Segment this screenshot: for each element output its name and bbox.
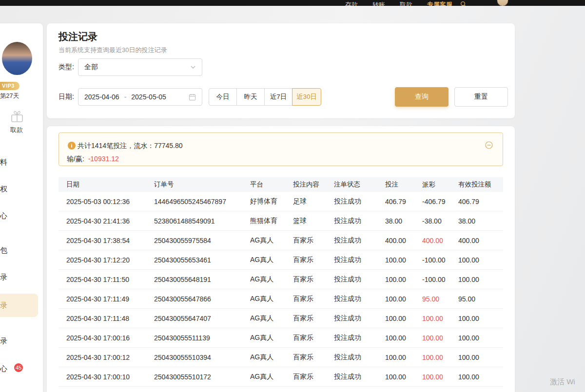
cell-bet: 406.79	[385, 198, 422, 205]
cell-platform: AG真人	[250, 236, 293, 245]
sidebar: VIP3 第27天 取款 料权心包录录录心45	[0, 23, 43, 392]
sidebar-item-label: 心	[0, 211, 7, 221]
cell-date: 2025-04-30 17:11:50	[66, 276, 154, 283]
membership-day-label: 第27天	[0, 92, 19, 100]
quick-date-button[interactable]: 今日	[209, 88, 237, 106]
cell-status: 投注成功	[334, 314, 385, 323]
type-select[interactable]: 全部	[78, 58, 202, 76]
user-avatar[interactable]	[2, 42, 32, 75]
cell-platform: AG真人	[250, 353, 293, 362]
withdraw-label[interactable]: 取款	[10, 126, 23, 134]
cell-bet: 100.00	[385, 276, 422, 283]
table-row: 2025-04-30 17:00:12250430055510394AG真人百家…	[58, 348, 503, 367]
quick-date-button[interactable]: 昨天	[236, 88, 265, 106]
cell-valid: 406.79	[458, 198, 503, 205]
cell-bet: 100.00	[385, 295, 422, 303]
topbar-nav-item[interactable]: 取款	[400, 1, 412, 6]
table-row: 2025-04-30 17:11:49250430055647866AG真人百家…	[58, 289, 503, 309]
topbar-nav: 存款转账取款	[345, 1, 412, 6]
sidebar-item[interactable]: 心	[0, 204, 38, 227]
cell-payout: 100.00	[422, 334, 458, 342]
table-row: 2025-04-30 17:12:20250430055653461AG真人百家…	[58, 250, 503, 270]
quick-date-button[interactable]: 近7日	[264, 88, 292, 106]
cell-content: 百家乐	[293, 275, 334, 284]
page-title: 投注记录	[58, 30, 98, 43]
cell-payout: 100.00	[422, 373, 458, 381]
table-row: 2025-04-30 21:41:365238061488549091熊猫体育篮…	[58, 211, 503, 231]
quick-date-button[interactable]: 近30日	[292, 88, 321, 106]
table-row: 2025-04-30 17:00:16250430055511139AG真人百家…	[58, 328, 503, 348]
topbar-avatar[interactable]	[497, 0, 508, 6]
cell-platform: AG真人	[250, 275, 293, 284]
cell-order: 250430055647866	[154, 295, 250, 303]
cell-valid: 100.00	[458, 256, 503, 264]
topbar-vip-link[interactable]: 专属客服	[427, 1, 452, 6]
cell-content: 篮球	[293, 217, 334, 225]
cell-order: 5238061488549091	[154, 217, 250, 225]
type-select-value: 全部	[84, 63, 98, 72]
table-row: 2025-04-30 17:11:48250430055647407AG真人百家…	[58, 309, 503, 328]
table-row: 2025-04-30 17:00:10250430055510172AG真人百家…	[58, 367, 503, 387]
table-row: 2025-04-30 17:11:50250430055648191AG真人百家…	[58, 270, 503, 289]
summary-winloss: 输/赢: -10931.12	[67, 155, 119, 164]
cell-bet: 38.00	[385, 217, 422, 225]
chevron-down-icon	[190, 64, 196, 70]
sidebar-item[interactable]: 权	[0, 177, 38, 201]
activate-watermark: 激活 Wi	[550, 377, 575, 387]
type-label: 类型:	[58, 63, 78, 72]
cell-order: 250430055647407	[154, 315, 250, 322]
withdraw-icon[interactable]	[9, 110, 25, 126]
date-separator: -	[124, 93, 127, 101]
cell-payout: -100.00	[422, 256, 458, 264]
cell-date: 2025-04-30 17:00:10	[66, 373, 154, 381]
cell-platform: AG真人	[250, 334, 293, 342]
sidebar-item[interactable]: 录	[0, 329, 38, 353]
topbar-nav-item[interactable]: 转账	[372, 1, 385, 6]
sidebar-item[interactable]: 录	[0, 294, 38, 317]
page-subtitle: 当前系统支持查询最近30日的投注记录	[58, 46, 167, 55]
cell-date: 2025-05-03 00:12:36	[66, 198, 154, 205]
query-button[interactable]: 查询	[395, 87, 448, 107]
cell-order: 250430055511139	[154, 334, 250, 342]
cell-platform: AG真人	[250, 314, 293, 323]
cell-platform: AG真人	[250, 256, 293, 264]
cell-bet: 100.00	[385, 256, 422, 264]
reset-button[interactable]: 重置	[454, 87, 508, 107]
cell-platform: 好博体育	[250, 197, 293, 206]
sidebar-item[interactable]: 心45	[0, 357, 38, 380]
quick-date-group: 今日昨天近7日近30日	[209, 88, 321, 106]
sidebar-item[interactable]: 包	[0, 239, 38, 262]
sidebar-item[interactable]: 录	[0, 265, 38, 289]
cell-order: 250430055510394	[154, 354, 250, 361]
table-row: 2025-05-03 00:12:361446496505245467897好博…	[58, 192, 503, 211]
winloss-label: 输/赢:	[67, 155, 84, 163]
search-icon[interactable]	[460, 0, 467, 6]
calendar-icon	[189, 93, 196, 101]
column-header: 日期	[66, 180, 154, 189]
bet-records-table: 日期订单号平台投注内容注单状态投注派彩有效投注额 2025-05-03 00:1…	[58, 177, 503, 387]
cell-order: 250430055975584	[154, 237, 250, 244]
sidebar-item[interactable]: 料	[0, 150, 38, 174]
cell-bet: 100.00	[385, 354, 422, 361]
cell-content: 百家乐	[293, 334, 334, 342]
sidebar-item-label: 料	[0, 158, 7, 167]
date-range-picker[interactable]: 2025-04-06 - 2025-05-05	[78, 88, 202, 106]
column-header: 订单号	[154, 180, 250, 189]
cell-status: 投注成功	[334, 295, 385, 303]
cell-content: 足球	[293, 197, 334, 206]
column-header: 平台	[250, 180, 293, 189]
cell-payout: 95.00	[422, 295, 458, 303]
cell-payout: 100.00	[422, 315, 458, 322]
cell-status: 投注成功	[334, 353, 385, 362]
vip-badge: VIP3	[0, 82, 20, 90]
cell-content: 百家乐	[293, 373, 334, 381]
topbar-nav-item[interactable]: 存款	[345, 1, 358, 6]
cell-order: 250430055648191	[154, 276, 250, 283]
cell-order: 250430055653461	[154, 256, 250, 264]
cell-date: 2025-04-30 17:11:48	[66, 315, 154, 322]
collapse-icon[interactable]	[485, 141, 493, 149]
cell-date: 2025-04-30 17:00:16	[66, 334, 154, 342]
cell-status: 投注成功	[334, 217, 385, 225]
winloss-value: -10931.12	[88, 155, 119, 163]
sidebar-item-label: 录	[0, 273, 7, 282]
